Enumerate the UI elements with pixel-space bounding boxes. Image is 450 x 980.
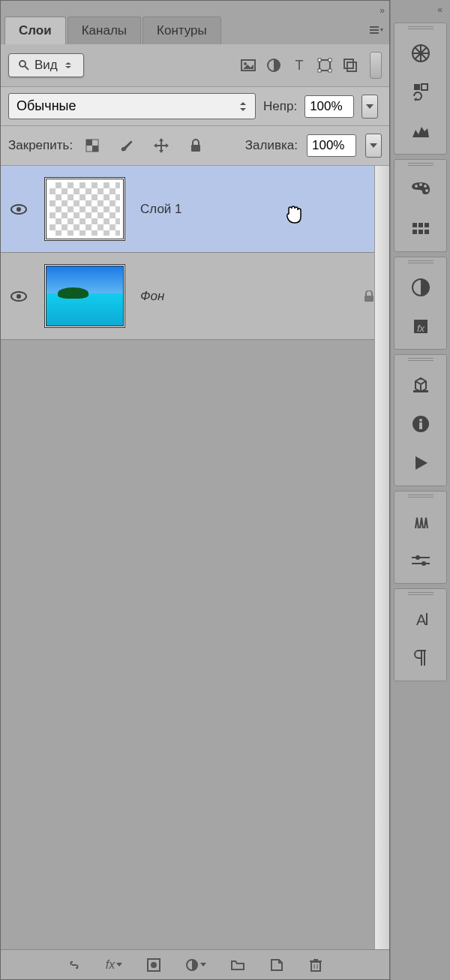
- filter-text-icon[interactable]: T: [289, 55, 310, 76]
- svg-point-4: [20, 61, 26, 67]
- svg-point-61: [424, 185, 427, 188]
- trash-icon[interactable]: [308, 957, 323, 972]
- filter-image-icon[interactable]: [238, 55, 259, 76]
- filter-shape-icon[interactable]: [314, 55, 335, 76]
- tabs-bar: Слои Каналы Контуры: [1, 20, 389, 44]
- fill-label: Заливка:: [245, 138, 298, 153]
- opacity-input[interactable]: [304, 95, 354, 118]
- svg-marker-21: [240, 108, 246, 111]
- layer-name: Слой 1: [140, 202, 182, 217]
- svg-rect-44: [311, 962, 320, 971]
- svg-marker-6: [65, 62, 71, 65]
- panel-menu-icon[interactable]: [368, 26, 383, 35]
- tab-channels[interactable]: Каналы: [68, 17, 141, 44]
- layer-row[interactable]: Слой 1: [1, 166, 389, 253]
- adjustments-icon[interactable]: [404, 271, 437, 304]
- adjustment-button[interactable]: [185, 958, 206, 972]
- color-icon[interactable]: [404, 173, 437, 206]
- svg-rect-66: [412, 230, 417, 234]
- svg-rect-19: [347, 62, 356, 71]
- chevron-updown-icon: [238, 101, 248, 113]
- paragraph-icon[interactable]: [404, 642, 437, 675]
- collapse-icon[interactable]: »: [380, 5, 385, 16]
- styles-icon[interactable]: fx: [404, 310, 437, 343]
- svg-marker-28: [159, 138, 164, 141]
- lock-pixels-icon[interactable]: [82, 135, 103, 156]
- svg-text:fx: fx: [416, 323, 424, 334]
- svg-marker-39: [116, 963, 122, 966]
- svg-marker-7: [65, 66, 71, 68]
- svg-marker-10: [243, 65, 254, 69]
- svg-rect-75: [419, 422, 422, 429]
- svg-rect-65: [424, 223, 429, 227]
- svg-point-54: [418, 51, 423, 56]
- chevron-updown-icon: [62, 62, 74, 68]
- histogram-icon[interactable]: [404, 115, 437, 148]
- svg-rect-67: [418, 230, 423, 234]
- svg-point-41: [151, 962, 157, 968]
- svg-point-60: [419, 183, 422, 186]
- view-filter-label: Вид: [34, 58, 58, 73]
- fill-input[interactable]: [307, 134, 356, 157]
- svg-marker-29: [159, 150, 164, 153]
- lock-all-icon[interactable]: [185, 135, 206, 156]
- tab-paths[interactable]: Контуры: [142, 17, 221, 44]
- blend-mode-select[interactable]: Обычные: [8, 93, 256, 119]
- info-icon[interactable]: [404, 407, 437, 440]
- svg-rect-68: [424, 230, 429, 234]
- layer-thumbnail[interactable]: [44, 177, 125, 241]
- visibility-toggle[interactable]: [8, 204, 29, 215]
- svg-marker-22: [366, 104, 374, 109]
- filter-smart-icon[interactable]: [340, 55, 361, 76]
- layers-list: Слой 1 Фон: [1, 166, 389, 949]
- visibility-toggle[interactable]: [8, 291, 29, 302]
- svg-marker-3: [380, 29, 383, 32]
- collapse-icon[interactable]: «: [437, 5, 442, 15]
- 3d-icon[interactable]: [404, 368, 437, 401]
- layer-name: Фон: [140, 289, 164, 304]
- swatches-icon[interactable]: [404, 212, 437, 245]
- svg-rect-14: [318, 59, 321, 62]
- svg-rect-72: [413, 390, 428, 392]
- svg-marker-30: [154, 143, 157, 148]
- fill-dropdown[interactable]: [365, 134, 382, 158]
- brushes-icon[interactable]: [404, 505, 437, 538]
- lock-move-icon[interactable]: [151, 135, 172, 156]
- svg-point-74: [419, 419, 422, 422]
- brush-settings-icon[interactable]: [404, 544, 437, 577]
- mask-icon[interactable]: [146, 957, 161, 972]
- filter-adjust-icon[interactable]: [263, 55, 284, 76]
- group-icon[interactable]: [230, 957, 245, 972]
- play-icon[interactable]: [404, 446, 437, 479]
- svg-marker-43: [200, 963, 206, 966]
- navigator-icon[interactable]: [404, 37, 437, 70]
- opacity-label: Непр:: [263, 99, 297, 114]
- tab-layers[interactable]: Слои: [4, 17, 66, 44]
- filter-toggle[interactable]: [370, 52, 382, 79]
- lock-toolbar: Закрепить: Заливка:: [1, 126, 389, 166]
- svg-marker-33: [370, 143, 377, 148]
- lock-icon: [364, 290, 374, 302]
- layers-panel: » Слои Каналы Контуры Вид T Обычные Непр…: [0, 0, 390, 980]
- svg-marker-31: [166, 143, 169, 148]
- character-icon[interactable]: A: [404, 603, 437, 636]
- svg-point-78: [416, 555, 420, 560]
- svg-rect-24: [86, 140, 92, 146]
- svg-rect-16: [318, 69, 321, 72]
- opacity-dropdown[interactable]: [362, 95, 378, 119]
- lock-label: Закрепить:: [8, 138, 73, 153]
- fx-button[interactable]: fx: [106, 958, 122, 972]
- link-icon[interactable]: [67, 957, 82, 972]
- svg-rect-64: [418, 223, 423, 227]
- svg-marker-20: [240, 102, 246, 105]
- svg-point-9: [244, 62, 247, 65]
- layer-row[interactable]: Фон: [1, 253, 389, 340]
- svg-text:A: A: [416, 612, 427, 628]
- layer-thumbnail[interactable]: [44, 264, 125, 328]
- scrollbar[interactable]: [374, 166, 389, 949]
- svg-point-80: [422, 561, 426, 566]
- lock-brush-icon[interactable]: [116, 135, 137, 156]
- view-filter-button[interactable]: Вид: [8, 53, 84, 77]
- new-layer-icon[interactable]: [269, 957, 284, 972]
- history-icon[interactable]: [404, 76, 437, 109]
